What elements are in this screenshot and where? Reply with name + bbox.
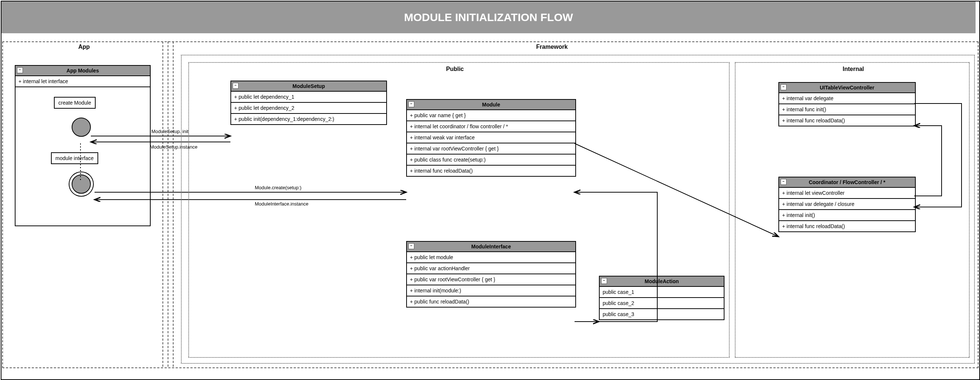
section-label-internal: Internal xyxy=(843,66,864,72)
class-row: + public func reloadData() xyxy=(407,297,575,307)
collapse-icon[interactable]: − xyxy=(601,278,607,284)
class-coordinator: − Coordinator / FlowController / * + int… xyxy=(778,177,916,232)
class-title: Module xyxy=(482,102,500,108)
class-row: + internal weak var interface xyxy=(407,133,575,144)
class-module-action: − ModuleAction public case_1 public case… xyxy=(599,276,724,320)
class-row: + public let dependency_2 xyxy=(231,103,386,114)
class-module-interface: − ModuleInterface + public let module + … xyxy=(406,241,576,308)
section-label-app: App xyxy=(78,44,90,50)
class-row: + internal let coordinator / flow contro… xyxy=(407,121,575,133)
class-row: + public var name { get } xyxy=(407,110,575,121)
node-create-module xyxy=(72,118,91,137)
label-module-interface: module interface xyxy=(51,152,98,164)
collapse-icon[interactable]: − xyxy=(781,84,786,90)
collapse-icon[interactable]: − xyxy=(408,243,414,249)
divider-1 xyxy=(162,42,163,367)
class-app-modules: − App Modules + internal let interface c… xyxy=(15,65,151,226)
class-row: public case_1 xyxy=(600,287,724,298)
class-row: + public var rootViewController { get } xyxy=(407,274,575,285)
class-row: + internal init() xyxy=(779,210,915,221)
class-header: − UITableViewController xyxy=(779,83,915,93)
edge-label: ModuleSetup.instance xyxy=(150,144,197,150)
class-title: ModuleAction xyxy=(645,278,679,284)
class-row: + internal func reloadData() xyxy=(779,115,915,126)
class-row: + internal var delegate xyxy=(779,93,915,104)
divider-2 xyxy=(168,42,169,367)
class-row: + internal init(module:) xyxy=(407,285,575,297)
class-row: + internal func init() xyxy=(779,104,915,115)
section-label-framework: Framework xyxy=(536,44,568,50)
collapse-icon[interactable]: − xyxy=(408,101,414,107)
section-label-public: Public xyxy=(446,66,464,72)
class-row: + public var actionHandler xyxy=(407,263,575,274)
class-title: App Modules xyxy=(67,68,99,73)
class-row: + internal func reloadData() xyxy=(407,166,575,176)
class-title: UITableViewController xyxy=(820,85,874,91)
class-uitableviewcontroller: − UITableViewController + internal var d… xyxy=(778,82,916,126)
class-row: + internal let interface xyxy=(16,76,150,87)
edge-label: ModuleSetup. init xyxy=(151,129,188,134)
class-title: ModuleInterface xyxy=(471,244,511,249)
diagram-canvas: MODULE INITIALIZATION FLOW App Framework… xyxy=(0,0,980,380)
class-row: public case_2 xyxy=(600,298,724,309)
collapse-icon[interactable]: − xyxy=(17,67,23,73)
class-row: + public let module xyxy=(407,252,575,263)
class-header: − Module xyxy=(407,100,575,110)
class-title: Coordinator / FlowController / * xyxy=(809,179,886,185)
class-row: + public let dependency_1 xyxy=(231,92,386,103)
class-title: ModuleSetup xyxy=(293,83,325,89)
collapse-icon[interactable]: − xyxy=(232,83,239,89)
node-module-interface xyxy=(72,174,91,194)
class-header: − Coordinator / FlowController / * xyxy=(779,177,915,188)
class-row: + internal func reloadData() xyxy=(779,221,915,232)
class-module: − Module + public var name { get } + int… xyxy=(406,99,576,177)
class-row: + public init(dependency_1:dependency_2:… xyxy=(231,114,386,124)
class-row: public case_3 xyxy=(600,309,724,319)
edge-label: Module.create(setup:) xyxy=(255,185,301,190)
class-header: − ModuleAction xyxy=(600,276,724,287)
divider-3 xyxy=(173,42,173,367)
class-row: + internal var delegate / closure xyxy=(779,199,915,210)
class-row: + public class func create(setup:) xyxy=(407,155,575,166)
diagram-title: MODULE INITIALIZATION FLOW xyxy=(2,2,975,33)
class-row: + internal let viewController xyxy=(779,188,915,199)
class-header: − App Modules xyxy=(16,66,150,76)
class-header: − ModuleSetup xyxy=(231,81,386,92)
class-row: + internal var rootViewController { get … xyxy=(407,144,575,155)
collapse-icon[interactable]: − xyxy=(781,179,786,185)
class-module-setup: − ModuleSetup + public let dependency_1 … xyxy=(231,81,387,125)
label-create-module: create Module xyxy=(54,97,95,109)
edge-label: ModuleInterface.instance xyxy=(255,201,308,207)
class-header: − ModuleInterface xyxy=(407,242,575,252)
